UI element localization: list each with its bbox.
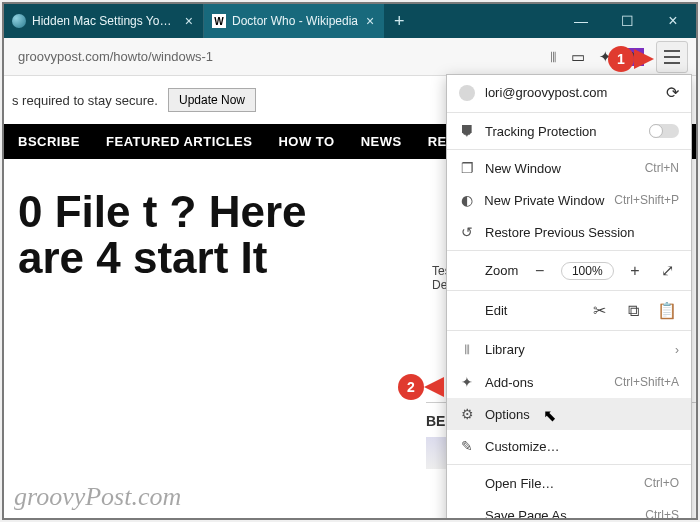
close-icon[interactable]: ×: [364, 13, 376, 29]
shortcut-hint: Ctrl+Shift+A: [614, 375, 679, 389]
menu-label: Open File…: [485, 476, 634, 491]
callout-number: 1: [608, 46, 634, 72]
callout-2: 2: [398, 374, 444, 400]
menu-library[interactable]: ⫴ Library ›: [447, 333, 691, 366]
menu-restore-session[interactable]: ↺ Restore Previous Session: [447, 216, 691, 248]
menu-new-private-window[interactable]: ◐ New Private Window Ctrl+Shift+P: [447, 184, 691, 216]
paintbrush-icon: ✎: [459, 438, 475, 454]
menu-label: Library: [485, 342, 665, 357]
menu-open-file[interactable]: Open File… Ctrl+O: [447, 467, 691, 499]
menu-label: lori@groovypost.com: [485, 85, 656, 100]
zoom-level[interactable]: 100%: [561, 262, 614, 280]
tab-strip: Hidden Mac Settings You Ca × W Doctor Wh…: [4, 4, 696, 38]
menu-label: Zoom: [485, 263, 518, 278]
fullscreen-icon[interactable]: ⤢: [656, 261, 679, 280]
paste-icon[interactable]: 📋: [655, 301, 679, 320]
menu-label: New Private Window: [484, 193, 604, 208]
minimize-button[interactable]: —: [558, 4, 604, 38]
tab-label: Hidden Mac Settings You Ca: [32, 14, 177, 28]
sync-icon[interactable]: ⟳: [666, 83, 679, 102]
menu-label: Edit: [485, 303, 577, 318]
toolbar: groovypost.com/howto/windows-1 ⫴ ▭ ✦ N: [4, 38, 696, 76]
tab-hidden-mac[interactable]: Hidden Mac Settings You Ca ×: [4, 4, 204, 38]
menu-label: Customize…: [485, 439, 679, 454]
article-headline: 0 File t ? Here are 4 start It: [4, 159, 384, 291]
library-toolbar-icon[interactable]: ⫴: [550, 48, 557, 66]
shortcut-hint: Ctrl+Shift+P: [614, 193, 679, 207]
avatar-icon: [459, 85, 475, 101]
menu-options[interactable]: ⚙ Options ⬉: [447, 398, 691, 430]
callout-number: 2: [398, 374, 424, 400]
restore-icon: ↺: [459, 224, 475, 240]
globe-icon: [12, 14, 26, 28]
window-controls: — ☐ ×: [558, 4, 696, 38]
zoom-out-button[interactable]: −: [528, 262, 551, 280]
nav-item[interactable]: NEWS: [361, 134, 402, 149]
chevron-right-icon: ›: [675, 343, 679, 357]
tab-doctor-who[interactable]: W Doctor Who - Wikipedia ×: [204, 4, 384, 38]
menu-label: New Window: [485, 161, 635, 176]
address-bar[interactable]: groovypost.com/howto/windows-1: [12, 49, 538, 64]
shortcut-hint: Ctrl+O: [644, 476, 679, 490]
tab-label: Doctor Who - Wikipedia: [232, 14, 358, 28]
app-menu: lori@groovypost.com ⟳ ⛊ Tracking Protect…: [446, 74, 692, 520]
window-icon: ❐: [459, 160, 475, 176]
new-tab-button[interactable]: +: [384, 4, 414, 38]
zoom-in-button[interactable]: +: [624, 262, 647, 280]
nav-item[interactable]: HOW TO: [278, 134, 334, 149]
menu-zoom: Zoom − 100% + ⤢: [447, 253, 691, 288]
nav-item[interactable]: FEATURED ARTICLES: [106, 134, 252, 149]
shield-icon: ⛊: [459, 123, 475, 139]
menu-customize[interactable]: ✎ Customize…: [447, 430, 691, 462]
menu-label: Tracking Protection: [485, 124, 639, 139]
cursor-icon: ⬉: [543, 406, 556, 425]
wikipedia-favicon-icon: W: [212, 14, 226, 28]
menu-label: Restore Previous Session: [485, 225, 679, 240]
shortcut-hint: Ctrl+N: [645, 161, 679, 175]
puzzle-icon: ✦: [459, 374, 475, 390]
gear-icon: ⚙: [459, 406, 475, 422]
menu-account[interactable]: lori@groovypost.com ⟳: [447, 75, 691, 110]
mask-icon: ◐: [459, 192, 474, 208]
watermark: groovyPost.com: [14, 482, 181, 512]
maximize-button[interactable]: ☐: [604, 4, 650, 38]
menu-label: Save Page As…: [485, 508, 635, 521]
menu-save-page[interactable]: Save Page As… Ctrl+S: [447, 499, 691, 520]
callout-1: 1: [608, 46, 654, 72]
tracking-toggle[interactable]: [649, 124, 679, 138]
window-close-button[interactable]: ×: [650, 4, 696, 38]
menu-addons[interactable]: ✦ Add-ons Ctrl+Shift+A: [447, 366, 691, 398]
menu-new-window[interactable]: ❐ New Window Ctrl+N: [447, 152, 691, 184]
notice-text: s required to stay secure.: [12, 93, 158, 108]
library-icon: ⫴: [459, 341, 475, 358]
url-text: groovypost.com/howto/windows-1: [18, 49, 213, 64]
shortcut-hint: Ctrl+S: [645, 508, 679, 520]
cut-icon[interactable]: ✂: [587, 301, 611, 320]
app-menu-button[interactable]: [656, 41, 688, 73]
reader-view-icon[interactable]: ▭: [571, 48, 585, 66]
menu-tracking-protection[interactable]: ⛊ Tracking Protection: [447, 115, 691, 147]
close-icon[interactable]: ×: [183, 13, 195, 29]
copy-icon[interactable]: ⧉: [621, 302, 645, 320]
menu-edit: Edit ✂ ⧉ 📋: [447, 293, 691, 328]
menu-label: Add-ons: [485, 375, 604, 390]
update-now-button[interactable]: Update Now: [168, 88, 256, 112]
menu-label: Options: [485, 407, 679, 422]
nav-item[interactable]: BSCRIBE: [18, 134, 80, 149]
